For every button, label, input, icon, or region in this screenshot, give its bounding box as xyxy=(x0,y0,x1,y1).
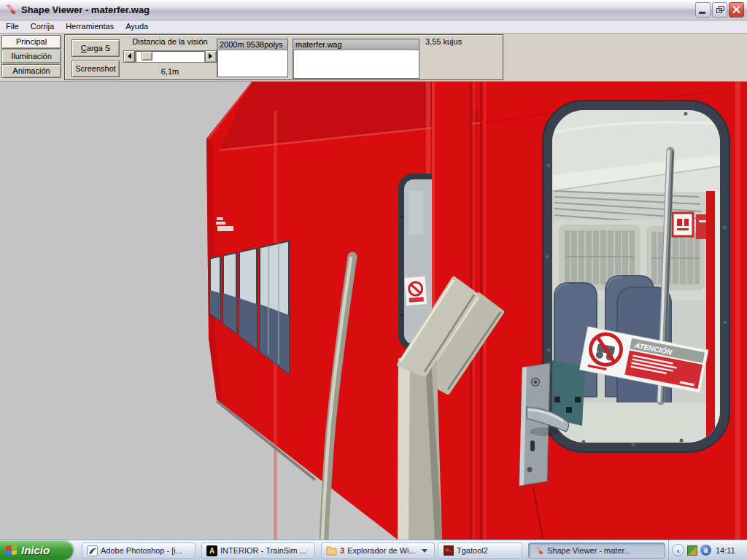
toolbar: Principal Iluminación Animación Carga S … xyxy=(0,34,747,82)
window-title: Shape Viewer - materfer.wag xyxy=(21,4,695,15)
file-listbox[interactable]: materfer.wag xyxy=(293,39,419,79)
group-count: 3 xyxy=(340,546,344,555)
restore-button[interactable] xyxy=(712,2,727,18)
taskbar-button-trainsim[interactable]: A INTERIOR - TrainSim ... xyxy=(201,542,315,559)
menu-herramientas[interactable]: Herramientas xyxy=(60,21,120,31)
interior-red-stripe xyxy=(706,191,715,443)
arrow-left-icon xyxy=(125,53,131,59)
taskbar-button-shape-viewer[interactable]: Shape Viewer - mater... xyxy=(528,542,665,559)
tray-antivirus-icon[interactable]: a xyxy=(700,545,711,556)
view-distance-value: 6,1m xyxy=(123,67,217,76)
tab-principal[interactable]: Principal xyxy=(1,35,61,49)
taskbar-button-explorer-group[interactable]: 3 Explorador de Wi... xyxy=(321,542,435,559)
load-shape-button[interactable]: Carga S xyxy=(71,39,120,57)
slider-track[interactable] xyxy=(135,50,205,63)
right-door-window: ATENCIÓN xyxy=(543,101,729,452)
lod-list-item[interactable]: 2000m 9538polys xyxy=(217,39,287,50)
start-button[interactable]: Inicio xyxy=(0,540,73,560)
viewport: ATENCIÓN xyxy=(0,82,747,540)
viewport-3d-scene[interactable]: ATENCIÓN xyxy=(0,82,747,540)
shape-viewer-icon xyxy=(533,545,544,556)
tab-animacion[interactable]: Animación xyxy=(1,64,61,78)
stats-text: 3,55 kujus xyxy=(425,37,462,46)
photoshop-icon xyxy=(87,545,98,556)
restore-icon xyxy=(716,8,722,13)
arrow-right-icon xyxy=(209,53,215,59)
trainsim-icon: A xyxy=(206,545,217,556)
folder-icon xyxy=(326,545,337,556)
screenshot-button[interactable]: Screenshot xyxy=(71,60,120,77)
tray-chevron-icon[interactable]: ‹ xyxy=(672,544,684,556)
slider-right-button[interactable] xyxy=(205,50,217,63)
start-label: Inicio xyxy=(21,544,50,556)
chevron-down-icon xyxy=(422,549,427,556)
shape-viewer-app-icon xyxy=(4,3,18,16)
slider-thumb[interactable] xyxy=(142,51,152,61)
menu-file[interactable]: File xyxy=(0,21,25,31)
slider-left-button[interactable] xyxy=(123,50,135,63)
close-button[interactable] xyxy=(729,2,744,18)
system-tray: ‹ a 14:11 xyxy=(668,540,747,560)
windows-logo-icon xyxy=(6,545,18,556)
lod-listbox[interactable]: 2000m 9538polys xyxy=(217,39,288,77)
tab-iluminacion[interactable]: Iluminación xyxy=(1,50,61,63)
menu-corrija[interactable]: Corrija xyxy=(25,21,60,31)
taskbar-button-photoshop[interactable]: Adobe Photoshop - [i... xyxy=(82,542,196,559)
taskbar: Inicio Adobe Photoshop - [i... A INTERIO… xyxy=(0,540,747,560)
toolbar-groupbox: Carga S Screenshot Distancia de la visió… xyxy=(64,34,503,80)
menu-ayuda[interactable]: Ayuda xyxy=(120,21,154,31)
tgatool-icon xyxy=(443,545,454,556)
clock: 14:11 xyxy=(716,546,735,555)
tray-app-icon[interactable] xyxy=(687,545,697,556)
menu-bar: File Corrija Herramientas Ayuda xyxy=(0,20,747,34)
right-edge-highlight xyxy=(735,82,740,540)
view-distance-slider[interactable] xyxy=(123,50,217,63)
app-window: Shape Viewer - materfer.wag File Corrija… xyxy=(0,0,747,560)
title-bar[interactable]: Shape Viewer - materfer.wag xyxy=(0,0,747,20)
minimize-button[interactable] xyxy=(695,2,711,18)
view-distance-label: Distancia de la visión xyxy=(123,37,217,46)
minimize-icon xyxy=(699,12,705,14)
taskbar-button-tgatool[interactable]: Tgatool2 xyxy=(438,542,522,559)
small-prohibition-sticker xyxy=(405,276,427,306)
file-list-item[interactable]: materfer.wag xyxy=(293,39,419,50)
